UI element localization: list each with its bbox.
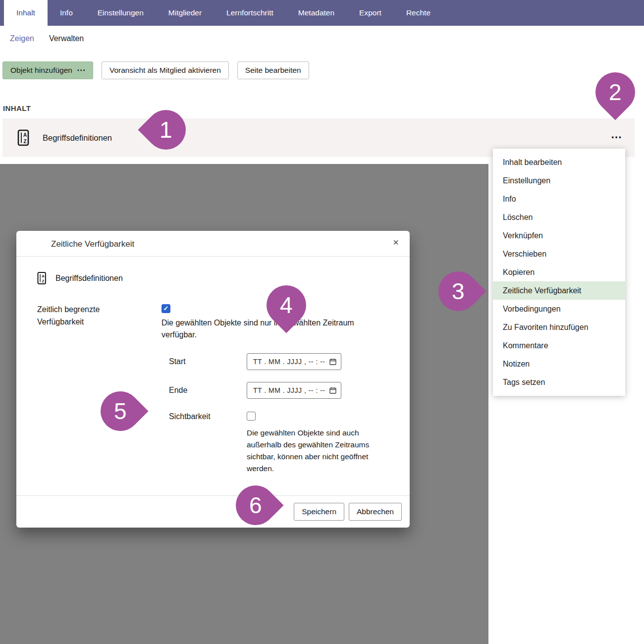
add-object-button[interactable]: Objekt hinzufügen ⋯ xyxy=(2,61,93,79)
limited-availability-checkbox[interactable]: ✓ xyxy=(161,304,170,313)
callout-marker-6-number: 6 xyxy=(249,492,262,519)
edit-page-button[interactable]: Seite bearbeiten xyxy=(237,61,309,79)
tab-mitglieder[interactable]: Mitglieder xyxy=(156,0,214,26)
save-button[interactable]: Speichern xyxy=(294,503,344,521)
modal-header: Zeitliche Verfügbarkeit × xyxy=(16,231,410,257)
modal-footer: Speichern Abbrechen xyxy=(16,495,410,528)
menu-item-kommentare[interactable]: Kommentare xyxy=(493,336,625,355)
cancel-button[interactable]: Abbrechen xyxy=(349,503,402,521)
end-datetime-placeholder: TT . MM . JJJJ , -- : -- xyxy=(253,386,325,394)
modal-object-row: A Z Begriffsdefinitionen xyxy=(37,271,390,285)
tab-inhalt[interactable]: Inhalt xyxy=(4,0,48,26)
start-row: Start TT . MM . JJJJ , -- : -- xyxy=(169,353,389,370)
check-icon: ✓ xyxy=(163,305,169,312)
tab-rechte[interactable]: Rechte xyxy=(394,0,443,26)
modal-object-title: Begriffsdefinitionen xyxy=(55,274,123,283)
limited-availability-description: Die gewählten Objekte sind nur im gewähl… xyxy=(161,317,384,342)
top-navigation: Inhalt Info Einstellungen Mitglieder Ler… xyxy=(0,0,644,26)
sub-navigation: Zeigen Verwalten xyxy=(0,26,644,52)
tab-einstellungen[interactable]: Einstellungen xyxy=(85,0,156,26)
svg-text:A: A xyxy=(42,274,45,278)
end-datetime-input[interactable]: TT . MM . JJJJ , -- : -- xyxy=(247,382,341,399)
menu-item-tags-setzen[interactable]: Tags setzen xyxy=(493,373,625,391)
availability-modal: Zeitliche Verfügbarkeit × A Z Begriffsde… xyxy=(16,231,410,528)
start-datetime-input[interactable]: TT . MM . JJJJ , -- : -- xyxy=(247,353,341,370)
callout-marker-1-number: 1 xyxy=(160,116,172,143)
limited-availability-label: Zeitlich begrenzte Verfügbarkeit xyxy=(37,304,146,475)
end-label: Ende xyxy=(169,386,247,395)
callout-marker-4-number: 4 xyxy=(280,292,293,319)
content-item-title[interactable]: Begriffsdefinitionen xyxy=(43,133,112,143)
start-label: Start xyxy=(169,357,247,366)
menu-item-vorbedingungen[interactable]: Vorbedingungen xyxy=(493,300,625,318)
item-context-menu: Inhalt bearbeiten Einstellungen Info Lös… xyxy=(493,149,625,396)
calendar-icon[interactable] xyxy=(329,358,336,365)
svg-text:Z: Z xyxy=(23,139,26,144)
calendar-icon[interactable] xyxy=(329,387,336,394)
start-datetime-placeholder: TT . MM . JJJJ , -- : -- xyxy=(253,358,325,366)
menu-item-zeitliche-verfuegbarkeit[interactable]: Zeitliche Verfügbarkeit xyxy=(493,281,625,300)
tab-export[interactable]: Export xyxy=(347,0,394,26)
tab-info[interactable]: Info xyxy=(48,0,85,26)
content-section-title: INHALT xyxy=(3,104,644,112)
limited-availability-control: ✓ Die gewählten Objekte sind nur im gewä… xyxy=(161,304,389,475)
visibility-checkbox[interactable] xyxy=(247,412,256,421)
menu-item-kopieren[interactable]: Kopieren xyxy=(493,263,625,281)
visibility-description: Die gewählten Objekte sind auch außerhal… xyxy=(247,427,382,475)
item-actions-ellipsis-icon[interactable]: ⋯ xyxy=(611,135,622,140)
menu-item-loeschen[interactable]: Löschen xyxy=(493,208,625,226)
ellipsis-icon[interactable]: ⋯ xyxy=(77,68,85,73)
add-object-label: Objekt hinzufügen xyxy=(10,66,72,75)
menu-item-einstellungen[interactable]: Einstellungen xyxy=(493,171,625,190)
preview-as-member-button[interactable]: Voransicht als Mitglied aktivieren xyxy=(102,61,229,79)
menu-item-info[interactable]: Info xyxy=(493,190,625,208)
tab-metadaten[interactable]: Metadaten xyxy=(286,0,347,26)
end-row: Ende TT . MM . JJJJ , -- : -- xyxy=(169,382,389,399)
visibility-control: Die gewählten Objekte sind auch außerhal… xyxy=(247,412,382,475)
glossary-icon: A Z xyxy=(37,271,47,285)
menu-item-notizen[interactable]: Notizen xyxy=(493,355,625,373)
limited-availability-row: Zeitlich begrenzte Verfügbarkeit ✓ Die g… xyxy=(37,304,390,475)
tab-lernfortschritt[interactable]: Lernfortschritt xyxy=(214,0,286,26)
glossary-icon: A Z xyxy=(17,129,30,146)
subnav-verwalten[interactable]: Verwalten xyxy=(49,34,84,43)
menu-item-inhalt-bearbeiten[interactable]: Inhalt bearbeiten xyxy=(493,153,625,171)
callout-marker-5-number: 5 xyxy=(114,398,127,425)
callout-marker-3-number: 3 xyxy=(452,278,465,305)
svg-text:Z: Z xyxy=(42,279,45,283)
visibility-row: Sichtbarkeit Die gewählten Objekte sind … xyxy=(169,412,389,475)
menu-item-verknuepfen[interactable]: Verknüpfen xyxy=(493,226,625,245)
menu-item-zu-favoriten-hinzufuegen[interactable]: Zu Favoriten hinzufügen xyxy=(493,318,625,336)
svg-text:A: A xyxy=(23,132,27,138)
close-icon[interactable]: × xyxy=(393,237,399,247)
menu-item-verschieben[interactable]: Verschieben xyxy=(493,245,625,263)
toolbar: Objekt hinzufügen ⋯ Voransicht als Mitgl… xyxy=(2,61,644,79)
modal-title: Zeitliche Verfügbarkeit xyxy=(51,239,134,249)
visibility-label: Sichtbarkeit xyxy=(169,412,247,475)
modal-body: A Z Begriffsdefinitionen Zeitlich begren… xyxy=(16,257,410,475)
subnav-zeigen[interactable]: Zeigen xyxy=(10,34,34,43)
callout-marker-2-number: 2 xyxy=(609,79,622,106)
